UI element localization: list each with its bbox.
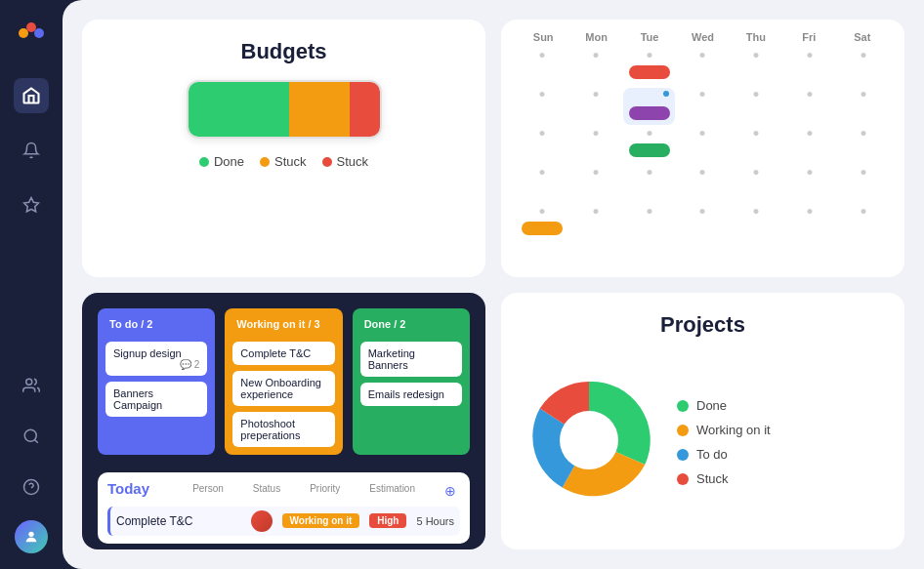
svg-point-5 bbox=[24, 429, 36, 441]
today-task-name: Complete T&C bbox=[116, 514, 243, 528]
svg-point-9 bbox=[28, 532, 33, 537]
calendar-grid bbox=[517, 49, 889, 242]
cal-cell bbox=[731, 205, 782, 242]
kanban-col-working: Working on it / 3 Complete T&C New Onboa… bbox=[225, 308, 342, 455]
svg-point-2 bbox=[34, 28, 44, 38]
cal-cell bbox=[623, 166, 675, 203]
cal-cell bbox=[837, 205, 889, 242]
cal-day-fri: Fri bbox=[782, 31, 835, 43]
cal-cell bbox=[784, 205, 836, 242]
legend-dot-done bbox=[199, 157, 209, 167]
cal-day-wed: Wed bbox=[676, 31, 729, 43]
sidebar-item-help[interactable] bbox=[14, 469, 49, 505]
sidebar-item-search[interactable] bbox=[14, 419, 49, 454]
col-header-priority: Priority bbox=[310, 483, 340, 499]
cal-day-thu: Thu bbox=[730, 31, 782, 43]
pie-chart bbox=[521, 372, 657, 512]
bar-done bbox=[189, 82, 289, 137]
today-task-row: Complete T&C Working on it High 5 Hours bbox=[107, 507, 460, 536]
legend-dot-stuck2 bbox=[322, 157, 332, 167]
cal-cell bbox=[677, 88, 729, 125]
projects-card: Projects Done bbox=[501, 293, 904, 550]
proj-label-todo: To do bbox=[696, 447, 728, 462]
user-avatar[interactable] bbox=[15, 520, 48, 553]
cal-day-sun: Sun bbox=[517, 31, 569, 43]
cal-cell bbox=[517, 166, 568, 203]
svg-line-6 bbox=[34, 439, 37, 442]
svg-point-1 bbox=[26, 22, 36, 32]
today-section: Today Person Status Priority Estimation … bbox=[98, 472, 470, 544]
cal-cell bbox=[570, 205, 622, 242]
kanban-item[interactable]: Emails redesign bbox=[360, 383, 462, 406]
task-person-avatar bbox=[251, 510, 273, 532]
today-label: Today bbox=[107, 480, 149, 497]
cal-cell bbox=[570, 88, 622, 125]
cal-cell bbox=[731, 127, 782, 164]
add-row-button[interactable]: ⊕ bbox=[444, 483, 456, 499]
legend-item-todo: To do bbox=[677, 447, 771, 462]
svg-point-10 bbox=[560, 411, 618, 469]
projects-content: Done Working on it To do Stuck bbox=[521, 353, 885, 533]
sidebar-bottom bbox=[14, 368, 49, 553]
cal-cell bbox=[731, 88, 782, 125]
budget-bar-container bbox=[102, 80, 466, 139]
kanban-item[interactable]: Marketing Banners bbox=[360, 342, 462, 377]
cal-day-tue: Tue bbox=[623, 31, 676, 43]
sidebar-item-star[interactable] bbox=[14, 187, 49, 223]
budget-legend: Done Stuck Stuck bbox=[102, 154, 466, 169]
legend-item-stuck: Stuck bbox=[677, 471, 771, 486]
cal-cell bbox=[623, 205, 675, 242]
logo bbox=[14, 16, 49, 51]
kanban-item[interactable]: Photoshoot preperations bbox=[232, 412, 334, 447]
budget-bar bbox=[187, 80, 382, 139]
kanban-col-todo: To do / 2 Signup design 💬 2 Banners Camp… bbox=[98, 308, 215, 455]
sidebar-item-people[interactable] bbox=[14, 368, 49, 403]
proj-dot-stuck bbox=[677, 473, 689, 485]
kanban-item-text: New Onboarding experience bbox=[240, 377, 321, 400]
cal-cell bbox=[784, 127, 836, 164]
cal-cell bbox=[837, 166, 889, 203]
legend-item-working: Working on it bbox=[677, 423, 771, 437]
cal-cell bbox=[677, 127, 729, 164]
budgets-card: Budgets Done Stuck Stuck bbox=[82, 20, 485, 277]
proj-dot-working bbox=[677, 425, 689, 436]
legend-stuck-2: Stuck bbox=[322, 154, 369, 169]
cal-cell bbox=[570, 49, 622, 86]
cal-day-sat: Sat bbox=[836, 31, 889, 43]
sidebar-item-home[interactable] bbox=[14, 78, 49, 113]
kanban-item-text: Emails redesign bbox=[368, 388, 444, 400]
cal-cell bbox=[677, 205, 729, 242]
kanban-item-text: Signup design bbox=[113, 347, 182, 359]
kanban-item[interactable]: Banners Campaign bbox=[105, 382, 207, 417]
legend-label-stuck1: Stuck bbox=[274, 154, 307, 169]
kanban-item[interactable]: New Onboarding experience bbox=[232, 371, 334, 406]
kanban-col-done: Done / 2 Marketing Banners Emails redesi… bbox=[353, 308, 470, 455]
cal-cell bbox=[731, 166, 782, 203]
projects-legend: Done Working on it To do Stuck bbox=[677, 398, 771, 486]
projects-title: Projects bbox=[521, 312, 885, 338]
proj-dot-done bbox=[677, 400, 689, 412]
cal-cell bbox=[517, 49, 568, 86]
cal-cell bbox=[517, 127, 568, 164]
sidebar-item-bell[interactable] bbox=[14, 133, 49, 168]
kanban-col-working-header: Working on it / 3 bbox=[232, 316, 334, 332]
cal-cell bbox=[837, 88, 889, 125]
proj-label-stuck: Stuck bbox=[696, 471, 729, 486]
task-status-badge: Working on it bbox=[282, 513, 360, 528]
task-estimation: 5 Hours bbox=[416, 515, 454, 527]
kanban-item[interactable]: Signup design 💬 2 bbox=[105, 342, 207, 376]
cal-cell bbox=[677, 49, 729, 86]
legend-dot-stuck1 bbox=[260, 157, 270, 167]
cal-cell bbox=[570, 166, 622, 203]
cal-cell bbox=[784, 166, 836, 203]
kanban-board: To do / 2 Signup design 💬 2 Banners Camp… bbox=[98, 308, 470, 455]
svg-point-0 bbox=[19, 28, 28, 38]
cal-cell-tue-event1 bbox=[623, 49, 675, 86]
cal-cell bbox=[731, 49, 782, 86]
kanban-item[interactable]: Complete T&C bbox=[232, 342, 334, 365]
cal-cell bbox=[837, 127, 889, 164]
cal-cell bbox=[677, 166, 729, 203]
calendar-card: Sun Mon Tue Wed Thu Fri Sat bbox=[501, 20, 904, 277]
cal-cell-tue-event3 bbox=[623, 127, 675, 164]
legend-done: Done bbox=[199, 154, 244, 169]
